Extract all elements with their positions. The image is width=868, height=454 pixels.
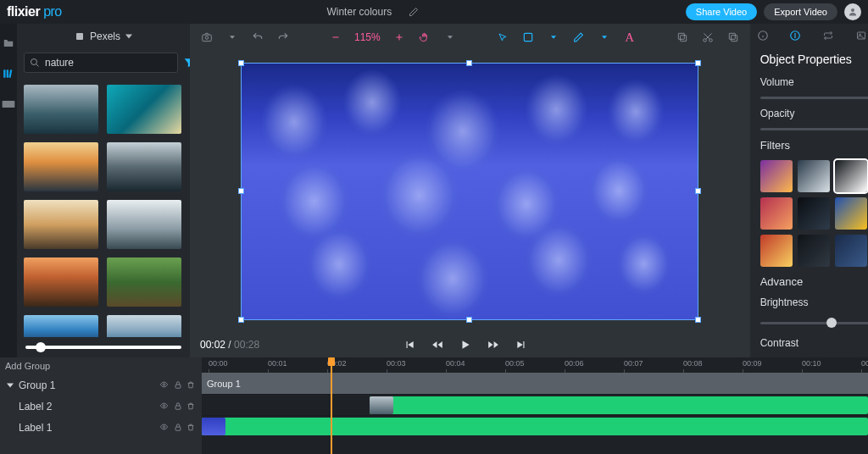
- transport-play-icon[interactable]: [459, 339, 471, 351]
- rail-library-icon[interactable]: [0, 66, 17, 81]
- delete-icon[interactable]: [186, 401, 195, 411]
- delete-icon[interactable]: [186, 423, 195, 432]
- svg-rect-5: [76, 33, 83, 40]
- undo-icon[interactable]: [251, 30, 264, 44]
- delete-icon[interactable]: [186, 380, 195, 390]
- library-thumb[interactable]: [24, 142, 98, 191]
- timeline-clip[interactable]: [370, 396, 868, 414]
- timeline-row[interactable]: [202, 394, 868, 415]
- project-title[interactable]: Winter colours: [326, 6, 392, 18]
- transport-end-icon[interactable]: [515, 339, 527, 351]
- resize-handle[interactable]: [238, 188, 244, 194]
- camera-icon[interactable]: [200, 30, 214, 44]
- paste-icon[interactable]: [726, 30, 740, 44]
- resize-handle[interactable]: [238, 60, 244, 66]
- resize-handle[interactable]: [695, 188, 701, 194]
- filter-swatch[interactable]: [835, 235, 867, 267]
- cut-icon[interactable]: [701, 30, 715, 44]
- props-tab-properties-icon[interactable]: [789, 30, 801, 42]
- library-thumb[interactable]: [24, 85, 98, 134]
- library-thumb[interactable]: [107, 257, 181, 307]
- props-tab-info-icon[interactable]: [757, 30, 769, 42]
- export-button[interactable]: Export Video: [764, 3, 837, 20]
- visibility-icon[interactable]: [159, 423, 170, 432]
- library-thumb[interactable]: [24, 257, 98, 307]
- timeline-track-row[interactable]: Label 1: [0, 417, 202, 438]
- brightness-slider[interactable]: [760, 317, 868, 329]
- visibility-icon[interactable]: [159, 380, 170, 390]
- library-thumb[interactable]: [107, 85, 181, 134]
- filter-swatch[interactable]: [798, 235, 830, 267]
- rail-image-icon[interactable]: [0, 97, 17, 112]
- thumbnail-size-slider[interactable]: [17, 337, 190, 357]
- props-tab-loop-icon[interactable]: [821, 30, 835, 41]
- filter-swatch[interactable]: [835, 160, 867, 192]
- playhead[interactable]: [331, 357, 332, 454]
- lock-icon[interactable]: [174, 423, 182, 432]
- props-tab-image-icon[interactable]: [855, 30, 867, 41]
- timeline-row[interactable]: [202, 415, 868, 436]
- timeline-clip[interactable]: [202, 418, 868, 435]
- filter-swatch[interactable]: [760, 197, 793, 230]
- rectangle-tool-icon[interactable]: [521, 30, 535, 44]
- zoom-value[interactable]: 115%: [354, 31, 381, 43]
- pen-dropdown-icon[interactable]: [598, 30, 611, 44]
- timeline[interactable]: 00:0000:0100:0200:0300:0400:0500:0600:07…: [202, 357, 868, 454]
- zoom-out-icon[interactable]: [329, 30, 342, 44]
- resize-handle[interactable]: [238, 317, 244, 323]
- svg-point-0: [851, 8, 854, 12]
- copy-icon[interactable]: [676, 30, 689, 44]
- transport-start-icon[interactable]: [403, 339, 415, 351]
- properties-title: Object Properties: [760, 53, 868, 66]
- pan-dropdown-icon[interactable]: [443, 30, 457, 44]
- library-search-input[interactable]: [45, 57, 172, 69]
- transport-rewind-icon[interactable]: [431, 339, 444, 351]
- transport-forward-icon[interactable]: [487, 339, 500, 351]
- redo-icon[interactable]: [276, 30, 290, 44]
- user-avatar[interactable]: [844, 3, 861, 20]
- lock-icon[interactable]: [174, 380, 182, 390]
- timeline-ruler[interactable]: 00:0000:0100:0200:0300:0400:0500:0600:07…: [202, 357, 868, 373]
- camera-dropdown-icon[interactable]: [225, 30, 239, 44]
- filter-swatch[interactable]: [798, 160, 830, 192]
- app-logo: flixier pro: [7, 4, 62, 19]
- timeline-group-header[interactable]: Group 1: [0, 374, 202, 396]
- resize-handle[interactable]: [466, 60, 472, 66]
- library-source-dropdown[interactable]: Pexels: [17, 24, 190, 49]
- filter-swatch[interactable]: [760, 160, 793, 192]
- library-thumb[interactable]: [107, 315, 181, 337]
- library-thumb[interactable]: [24, 200, 98, 249]
- library-thumb[interactable]: [107, 142, 181, 191]
- library-thumb[interactable]: [107, 200, 181, 249]
- lock-icon[interactable]: [174, 401, 182, 411]
- volume-slider[interactable]: [760, 97, 868, 99]
- filter-swatch[interactable]: [798, 197, 830, 230]
- rail-folder-icon[interactable]: [0, 36, 17, 51]
- share-button[interactable]: Share Video: [686, 3, 757, 20]
- pen-tool-icon[interactable]: [572, 30, 586, 44]
- svg-rect-4: [3, 101, 15, 108]
- opacity-slider[interactable]: [760, 128, 868, 130]
- pan-hand-icon[interactable]: [418, 30, 431, 44]
- timeline-group-strip[interactable]: Group 1: [202, 373, 868, 394]
- svg-rect-1: [3, 69, 5, 77]
- resize-handle[interactable]: [695, 60, 701, 66]
- resize-handle[interactable]: [695, 317, 701, 323]
- timeline-track-row[interactable]: Label 2: [0, 396, 202, 417]
- transport-bar: 00:02 / 00:28: [190, 332, 750, 357]
- search-input-wrapper[interactable]: [24, 53, 178, 73]
- filter-swatch[interactable]: [760, 235, 793, 267]
- library-thumb[interactable]: [24, 315, 98, 337]
- svg-rect-11: [678, 33, 684, 39]
- filter-swatch[interactable]: [835, 197, 867, 230]
- visibility-icon[interactable]: [159, 401, 170, 411]
- edit-title-icon[interactable]: [407, 5, 420, 19]
- pointer-tool-icon[interactable]: [496, 30, 509, 44]
- resize-handle[interactable]: [466, 317, 472, 323]
- add-group-button[interactable]: Add Group: [0, 357, 202, 374]
- text-tool-icon[interactable]: A: [623, 30, 637, 44]
- video-preview[interactable]: [241, 63, 698, 320]
- zoom-in-icon[interactable]: [392, 30, 406, 44]
- svg-rect-14: [731, 36, 737, 42]
- shape-dropdown-icon[interactable]: [547, 30, 560, 44]
